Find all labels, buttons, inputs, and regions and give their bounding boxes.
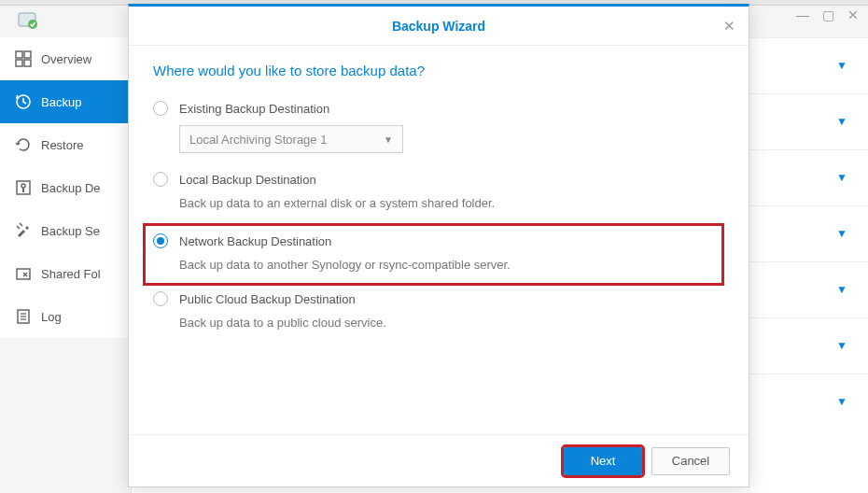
sidebar: Overview Backup Restore Backup De Backup… (0, 37, 131, 338)
sidebar-item-shared-folder[interactable]: Shared Fol (0, 252, 131, 295)
chevron-down-icon: ▼ (836, 59, 847, 72)
destination-icon (15, 179, 32, 196)
modal-body: Where would you like to store backup dat… (129, 46, 749, 434)
dropdown-value: Local Archiving Storage 1 (189, 133, 327, 147)
modal-header: Backup Wizard ✕ (129, 7, 749, 46)
option-label: Local Backup Destination (179, 173, 316, 187)
chevron-down-icon: ▼ (836, 171, 847, 184)
chevron-down-icon: ▼ (836, 227, 847, 240)
sidebar-item-label: Shared Fol (41, 267, 101, 281)
close-icon[interactable]: ✕ (723, 18, 735, 35)
restore-icon (15, 136, 32, 153)
svg-rect-9 (22, 188, 24, 192)
sidebar-item-log[interactable]: Log (0, 295, 131, 338)
sidebar-item-label: Overview (41, 52, 91, 66)
option-local: Local Backup Destination Back up data to… (153, 166, 724, 223)
option-cloud: Public Cloud Backup Destination Back up … (153, 286, 724, 343)
option-existing: Existing Backup Destination Local Archiv… (153, 95, 724, 166)
option-label: Public Cloud Backup Destination (179, 292, 356, 306)
sidebar-item-overview[interactable]: Overview (0, 37, 131, 80)
backup-icon (15, 93, 32, 110)
radio-cloud[interactable]: Public Cloud Backup Destination (153, 291, 724, 306)
chevron-down-icon: ▼ (836, 339, 847, 352)
option-description: Back up data to another Synology or rsyn… (179, 258, 714, 272)
radio-local[interactable]: Local Backup Destination (153, 172, 724, 187)
radio-network[interactable]: Network Backup Destination (153, 233, 714, 248)
sidebar-item-backup-dest[interactable]: Backup De (0, 166, 131, 209)
radio-icon (153, 172, 168, 187)
chevron-down-icon: ▼ (384, 134, 393, 145)
radio-icon (153, 101, 168, 116)
app-icon (17, 9, 39, 32)
svg-rect-4 (16, 60, 22, 66)
option-label: Existing Backup Destination (179, 102, 329, 116)
chevron-down-icon: ▼ (836, 283, 847, 296)
chevron-down-icon: ▼ (836, 395, 847, 408)
sidebar-item-label: Backup Se (41, 224, 100, 238)
window-close[interactable]: ✕ (847, 7, 859, 22)
log-icon (15, 308, 32, 325)
sidebar-item-label: Backup De (41, 181, 101, 195)
svg-rect-5 (24, 60, 31, 66)
option-network: Network Backup Destination Back up data … (143, 223, 724, 286)
window-controls: — ▢ ✕ (796, 7, 859, 22)
svg-rect-10 (17, 269, 30, 279)
modal-footer: Next Cancel (129, 434, 749, 486)
sidebar-item-label: Restore (41, 138, 84, 152)
sidebar-item-backup[interactable]: Backup (0, 80, 131, 123)
svg-rect-2 (16, 51, 22, 58)
next-button[interactable]: Next (564, 447, 642, 475)
shared-folder-icon (15, 265, 32, 282)
backup-wizard-modal: Backup Wizard ✕ Where would you like to … (128, 4, 749, 487)
overview-icon (15, 50, 32, 67)
radio-existing[interactable]: Existing Backup Destination (153, 101, 724, 116)
sidebar-item-label: Backup (41, 95, 81, 109)
option-label: Network Backup Destination (179, 234, 331, 248)
radio-icon (153, 233, 168, 248)
window-maximize[interactable]: ▢ (822, 7, 834, 22)
sidebar-item-backup-settings[interactable]: Backup Se (0, 209, 131, 252)
svg-point-8 (21, 184, 25, 188)
cancel-button[interactable]: Cancel (651, 447, 730, 475)
modal-question: Where would you like to store backup dat… (153, 63, 724, 78)
svg-rect-3 (24, 51, 31, 58)
option-description: Back up data to an external disk or a sy… (179, 196, 724, 210)
sidebar-item-label: Log (41, 310, 62, 324)
radio-icon (153, 291, 168, 306)
modal-title: Backup Wizard (392, 19, 485, 34)
existing-destination-dropdown[interactable]: Local Archiving Storage 1 ▼ (179, 125, 403, 153)
settings-icon (15, 222, 32, 239)
svg-point-1 (28, 20, 37, 29)
chevron-down-icon: ▼ (836, 115, 847, 128)
window-minimize[interactable]: — (796, 7, 809, 22)
sidebar-item-restore[interactable]: Restore (0, 123, 131, 166)
option-description: Back up data to a public cloud service. (179, 316, 724, 330)
